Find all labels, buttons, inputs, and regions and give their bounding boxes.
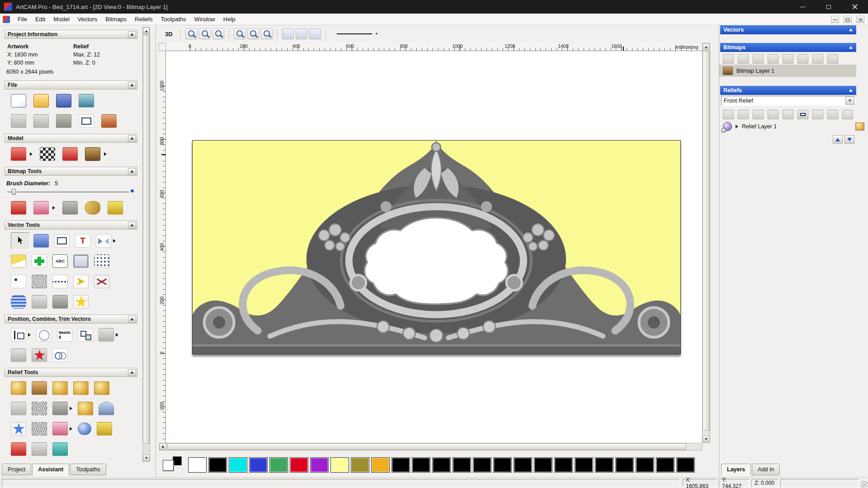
menu-bitmaps[interactable]: Bitmaps — [101, 14, 131, 24]
create-polyline-icon[interactable] — [73, 275, 89, 288]
palette-swatch[interactable] — [554, 457, 573, 473]
palette-swatch[interactable] — [229, 457, 247, 473]
refresh-view-icon[interactable] — [309, 28, 321, 39]
new-from-image-icon[interactable] — [79, 94, 94, 108]
scroll-left-button[interactable] — [160, 443, 166, 450]
horizontal-scrollbar[interactable] — [159, 443, 702, 450]
move-layer-up-button[interactable] — [833, 135, 843, 144]
smooth-relief-icon[interactable] — [52, 381, 68, 395]
select-vectors-tool[interactable] — [11, 232, 30, 249]
text-abc-icon[interactable]: ABC — [52, 254, 68, 268]
flyout-arrow-icon[interactable] — [116, 333, 118, 337]
paste-icon[interactable] — [101, 114, 117, 128]
create-arc-icon[interactable] — [11, 254, 26, 268]
bitmap-layer-row[interactable]: Bitmap Layer 1 — [719, 65, 856, 77]
calculate-relief-icon[interactable] — [797, 110, 808, 119]
flyout-arrow-icon[interactable] — [70, 407, 72, 410]
create-star-icon[interactable] — [73, 295, 89, 309]
collapse-button[interactable] — [847, 44, 854, 51]
mdi-minimize-button[interactable] — [831, 16, 839, 23]
vertical-scrollbar[interactable] — [702, 43, 710, 443]
lighting-material-icon[interactable] — [62, 147, 78, 161]
offset-relief-icon[interactable] — [52, 402, 68, 415]
menu-file[interactable]: File — [14, 14, 31, 24]
flyout-arrow-icon[interactable] — [104, 152, 107, 156]
line-thickness-widget[interactable] — [337, 33, 378, 35]
weld-vectors-icon[interactable] — [32, 348, 47, 362]
trim-vectors-icon[interactable] — [94, 275, 109, 288]
scroll-up-button[interactable] — [143, 28, 150, 34]
duplicate-bitmap-layer-icon[interactable] — [783, 54, 793, 64]
load-bitmap-icon[interactable] — [85, 147, 100, 161]
relief-layer-row[interactable]: Relief Layer 1 — [719, 120, 868, 132]
collapse-button[interactable] — [128, 222, 136, 229]
close-button[interactable] — [842, 0, 868, 14]
texture-relief-icon[interactable] — [32, 402, 47, 415]
palette-swatch[interactable] — [269, 457, 288, 473]
palette-swatch[interactable] — [676, 457, 695, 473]
mdi-restore-button[interactable] — [844, 16, 852, 23]
palette-swatch[interactable] — [310, 457, 329, 473]
zoom-previous-icon[interactable] — [261, 28, 273, 39]
redo-icon[interactable] — [33, 114, 49, 128]
open-bitmap-layer-icon[interactable] — [738, 54, 749, 64]
delete-relief-layer-icon[interactable] — [827, 110, 838, 119]
tab-project[interactable]: Project — [2, 464, 31, 475]
adjust-greyscale-icon[interactable] — [40, 147, 55, 161]
palette-swatch[interactable] — [473, 457, 491, 473]
align-vectors-icon[interactable] — [11, 328, 26, 342]
palette-swatch[interactable] — [188, 457, 207, 473]
turn-profile-icon[interactable] — [78, 402, 93, 415]
resize-grip[interactable] — [861, 481, 868, 488]
envelope-icon[interactable] — [99, 402, 114, 415]
sculpting-icon[interactable] — [32, 381, 47, 395]
maximize-button[interactable] — [816, 0, 842, 14]
paint-selective-icon[interactable] — [33, 201, 49, 215]
vector-doctor-icon[interactable] — [52, 295, 68, 309]
zoom-window-icon[interactable] — [212, 28, 224, 39]
zoom-objects-icon[interactable] — [234, 28, 245, 39]
zoom-fit-icon[interactable] — [247, 28, 259, 39]
create-rectangle-icon[interactable] — [54, 234, 70, 248]
palette-swatch[interactable] — [636, 457, 654, 473]
merge-relief-layer-icon[interactable] — [768, 110, 778, 119]
collapse-button[interactable] — [128, 31, 136, 38]
weave-wizard-icon[interactable] — [32, 422, 47, 436]
flyout-arrow-icon[interactable] — [70, 427, 72, 431]
merge-colours-icon[interactable] — [85, 201, 100, 215]
extrude-wizard-icon[interactable] — [94, 381, 109, 395]
secondary-colour[interactable] — [173, 456, 182, 465]
mdi-close-button[interactable] — [856, 16, 864, 23]
colour-picker-icon[interactable] — [62, 201, 78, 215]
ruler-corner-button[interactable] — [159, 43, 166, 51]
palette-swatch[interactable] — [330, 457, 349, 473]
cut-icon[interactable] — [56, 114, 71, 128]
copy-along-curve-icon[interactable] — [99, 328, 114, 342]
delete-bitmap-layer-icon[interactable] — [812, 54, 823, 64]
paint-brush-icon[interactable] — [11, 201, 26, 215]
clipped-tool-icon[interactable] — [52, 442, 68, 456]
zoom-out-icon[interactable] — [199, 28, 211, 39]
menu-toolpaths[interactable]: Toolpaths — [157, 14, 190, 24]
relief-layer-colour-chip[interactable] — [855, 122, 864, 131]
view-3d-button[interactable]: 3D — [162, 28, 176, 39]
shape-editor-icon[interactable] — [11, 381, 26, 395]
edit-bitmap-layer-icon[interactable] — [797, 54, 808, 64]
bitmap-wizard-icon[interactable] — [827, 54, 838, 64]
tab-layers[interactable]: Layers — [721, 464, 751, 475]
new-bitmap-layer-icon[interactable] — [723, 54, 734, 64]
palette-swatch[interactable] — [351, 457, 369, 473]
copy-icon[interactable] — [79, 114, 94, 128]
minimize-button[interactable] — [789, 0, 816, 14]
smooth-relief-layer-icon[interactable] — [783, 110, 793, 119]
menu-model[interactable]: Model — [49, 14, 73, 24]
new-model-icon[interactable] — [11, 94, 26, 108]
zoom-in-icon[interactable] — [185, 28, 197, 39]
palette-swatch[interactable] — [595, 457, 613, 473]
drawing-canvas[interactable] — [166, 51, 702, 443]
flyout-arrow-icon[interactable] — [30, 152, 33, 156]
nesting-icon[interactable]: Nesting — [57, 328, 72, 342]
combo-dropdown-button[interactable] — [845, 97, 854, 105]
expand-arrow-icon[interactable] — [736, 125, 738, 128]
dome-wizard-icon[interactable] — [73, 381, 89, 395]
